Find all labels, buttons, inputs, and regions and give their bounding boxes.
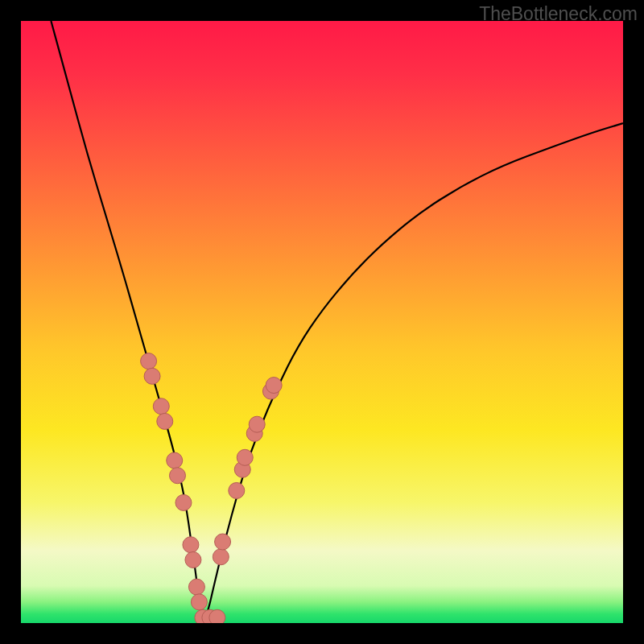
data-marker [167,452,183,469]
data-marker [213,549,229,565]
data-marker [141,353,157,369]
gradient-background [21,21,623,623]
data-marker [266,378,282,394]
data-marker [229,482,245,498]
bottleneck-chart [21,21,623,623]
data-marker [215,534,231,550]
data-marker [153,398,169,415]
data-marker [188,579,204,595]
watermark-text: TheBottleneck.com [479,3,638,25]
data-marker [144,368,160,384]
chart-frame [21,21,623,623]
data-marker [185,551,201,568]
data-marker [157,413,173,429]
data-marker [175,494,192,510]
data-marker [209,609,225,623]
data-marker [183,537,199,553]
data-marker [191,594,207,610]
data-marker [237,449,253,465]
data-marker [249,416,265,432]
data-marker [169,468,185,484]
